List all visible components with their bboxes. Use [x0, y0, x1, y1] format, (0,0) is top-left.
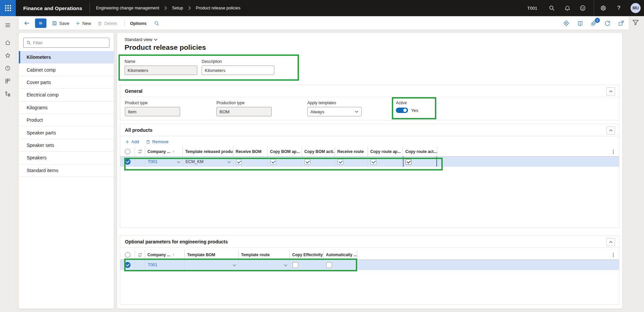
help-button[interactable]: ?	[613, 2, 624, 14]
collapse-all-products-button[interactable]	[606, 126, 615, 134]
receive-route-cell[interactable]	[335, 157, 368, 167]
receive-bom-cell[interactable]	[233, 157, 268, 167]
row-select-cell[interactable]	[120, 260, 135, 270]
copy-bom-activation-checkbox[interactable]	[305, 159, 310, 165]
new-button[interactable]: New	[75, 21, 91, 26]
select-all-cell[interactable]	[120, 250, 135, 260]
list-item-cabinet-comp[interactable]: Cabinet comp	[19, 64, 114, 76]
toolbar-search-button[interactable]	[154, 21, 160, 26]
personalize-button[interactable]	[563, 20, 570, 27]
automatically-cell[interactable]	[324, 260, 357, 270]
breadcrumb-module[interactable]: Engineering change management	[96, 6, 159, 10]
nav-recent-button[interactable]	[0, 62, 15, 75]
list-item-speaker-parts[interactable]: Speaker parts	[19, 126, 114, 139]
back-button[interactable]	[24, 20, 30, 27]
copy-effectivity-cell[interactable]	[290, 260, 324, 270]
name-field[interactable]	[125, 66, 197, 75]
remove-row-button[interactable]: Remove	[146, 139, 168, 144]
list-item-product[interactable]: Product	[19, 114, 114, 126]
column-receive-bom[interactable]: Receive BOM	[233, 147, 268, 156]
app-title[interactable]: Finance and Operations	[23, 5, 82, 11]
copy-route-activation-checkbox[interactable]	[406, 159, 411, 165]
company-cell[interactable]: T001	[145, 260, 185, 270]
attachments-button[interactable]: 0	[591, 20, 597, 26]
search-button[interactable]	[546, 2, 557, 14]
template-released-product-cell[interactable]: ECM_KM	[183, 157, 233, 167]
column-copy-route-activation[interactable]: Copy route act...	[403, 147, 437, 156]
feedback-button[interactable]	[577, 2, 588, 14]
copy-bom-approval-checkbox[interactable]	[270, 159, 276, 165]
production-type-field[interactable]	[216, 107, 272, 116]
copy-bom-activation-cell[interactable]	[302, 157, 335, 167]
nav-modules-button[interactable]	[0, 87, 15, 100]
column-automatically[interactable]: Automatically ...	[324, 250, 357, 260]
copy-effectivity-checkbox[interactable]	[293, 262, 298, 268]
company-cell[interactable]: T001	[145, 157, 183, 167]
list-item-electrical-comp[interactable]: Electrical comp	[19, 89, 114, 101]
more-options-button[interactable]: ⋮	[611, 252, 616, 258]
options-tab[interactable]: Options	[130, 21, 146, 26]
column-company[interactable]: Company ...↑	[145, 250, 185, 260]
list-item-speakers[interactable]: Speakers	[19, 152, 114, 164]
collapse-optional-parameters-button[interactable]	[606, 238, 615, 246]
column-template-bom[interactable]: Template BOM	[185, 250, 239, 260]
company-selector[interactable]: T001	[527, 6, 537, 11]
delete-button[interactable]: Delete	[97, 21, 117, 26]
row-selected-circle-icon[interactable]	[125, 159, 131, 165]
settings-button[interactable]	[598, 2, 609, 14]
view-selector[interactable]: Standard view	[125, 37, 158, 42]
automatically-checkbox[interactable]	[326, 262, 332, 268]
copy-route-approval-checkbox[interactable]	[371, 159, 376, 165]
collapse-general-button[interactable]	[606, 87, 615, 95]
receive-route-checkbox[interactable]	[338, 159, 343, 165]
row-selected-circle-icon[interactable]	[125, 262, 131, 268]
more-options-button[interactable]: ⋮	[611, 149, 616, 154]
list-item-kilograms[interactable]: Kilograms	[19, 102, 114, 114]
notifications-button[interactable]	[562, 2, 573, 14]
column-company[interactable]: Company ...↑	[145, 147, 183, 156]
column-copy-route-approval[interactable]: Copy route ap...	[368, 147, 403, 156]
list-item-kilometers[interactable]: Kilometers	[19, 51, 114, 64]
list-item-cover-parts[interactable]: Cover parts	[19, 76, 114, 89]
all-products-row[interactable]: T001 ECM_KM	[120, 157, 619, 167]
template-bom-cell[interactable]	[185, 260, 239, 270]
copy-route-activation-cell[interactable]	[403, 157, 437, 167]
row-select-cell[interactable]	[120, 157, 135, 167]
save-button[interactable]: Save	[52, 21, 69, 26]
column-copy-effectivity[interactable]: Copy Effectivity	[290, 250, 324, 260]
copy-route-approval-cell[interactable]	[368, 157, 403, 167]
refresh-button[interactable]	[604, 20, 611, 27]
breadcrumb-area[interactable]: Setup	[172, 6, 183, 10]
nav-favorites-button[interactable]	[0, 49, 15, 62]
avatar[interactable]: MU	[631, 3, 641, 13]
nav-home-button[interactable]	[0, 36, 15, 49]
copy-bom-approval-cell[interactable]	[268, 157, 302, 167]
column-template-route[interactable]: Template route	[239, 250, 290, 260]
column-receive-route[interactable]: Receive route	[335, 147, 368, 156]
list-item-standard-items[interactable]: Standard items	[19, 164, 114, 177]
app-launcher-button[interactable]	[0, 0, 16, 16]
select-all-circle[interactable]	[125, 149, 130, 154]
template-route-cell[interactable]	[239, 260, 290, 270]
select-all-circle[interactable]	[125, 252, 130, 258]
optional-parameters-row[interactable]: T001	[120, 260, 619, 270]
column-copy-bom-approval[interactable]: Copy BOM ap...	[268, 147, 302, 156]
receive-bom-checkbox[interactable]	[236, 159, 242, 165]
column-copy-bom-activation[interactable]: Copy BOM acti...	[302, 147, 335, 156]
guide-button[interactable]	[577, 20, 583, 27]
open-in-new-window-button[interactable]	[618, 20, 624, 26]
description-field[interactable]	[202, 66, 274, 75]
column-template-released-product[interactable]: Template released product	[183, 147, 233, 156]
open-filter-pane-button[interactable]	[632, 19, 639, 26]
filter-input[interactable]	[33, 40, 106, 45]
add-row-button[interactable]: Add	[125, 139, 139, 144]
nav-menu-button[interactable]	[0, 19, 15, 32]
apply-templates-select[interactable]: Always	[307, 107, 362, 116]
select-all-cell[interactable]	[120, 147, 135, 156]
breadcrumb-page[interactable]: Product release policies	[196, 6, 241, 10]
show-list-button[interactable]	[35, 18, 46, 28]
nav-workspaces-button[interactable]	[0, 75, 15, 87]
product-type-field[interactable]	[125, 107, 180, 116]
active-toggle[interactable]	[396, 108, 408, 113]
list-item-speaker-sets[interactable]: Speaker sets	[19, 139, 114, 152]
